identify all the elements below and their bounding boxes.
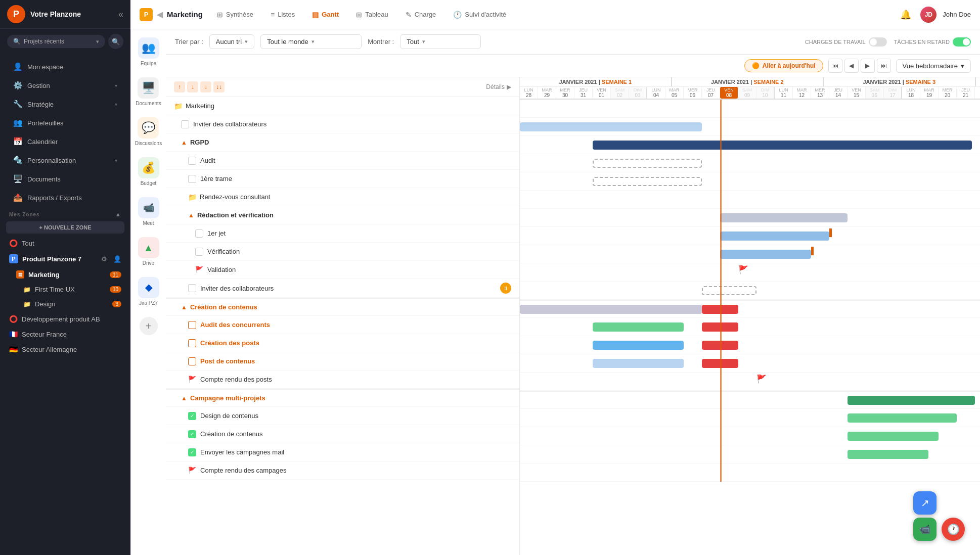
tab-tableau[interactable]: ⊞ Tableau: [349, 8, 395, 22]
checkbox-audit-concurrents[interactable]: [188, 321, 196, 329]
bar-creation-posts[interactable]: [593, 341, 684, 350]
details-link[interactable]: Détails ▶: [486, 83, 511, 90]
right-sidebar-budget[interactable]: 💰 Budget: [138, 157, 159, 186]
sidebar-item-strategie[interactable]: 🔧 Stratégie ▾: [4, 95, 126, 113]
bar-design-contenus[interactable]: [848, 413, 957, 423]
zone-france[interactable]: 🇫🇷 Secteur France: [0, 327, 130, 342]
sidebar-collapse-icon[interactable]: «: [118, 9, 123, 20]
tout-monde-select[interactable]: Tout le monde ▾: [260, 34, 362, 49]
tab-suivi[interactable]: 🕐 Suivi d'activité: [446, 8, 513, 22]
bar-post-contenu-red[interactable]: [702, 359, 738, 368]
rgpd-collapse-icon[interactable]: ▲: [181, 139, 187, 146]
bar-audit-conc[interactable]: [593, 322, 684, 332]
task-1er-jet[interactable]: 1er jet: [166, 224, 519, 243]
zone-allemagne[interactable]: 🇩🇪 Secteur Allemagne: [0, 342, 130, 357]
nav-first-button[interactable]: ⏮: [828, 59, 842, 73]
view-select[interactable]: Vue hebdomadaire ▾: [896, 59, 971, 73]
sidebar-item-mon-espace[interactable]: 👤 Mon espace: [4, 58, 126, 76]
task-design-contenus[interactable]: ✓ Design de contenus: [166, 407, 519, 425]
checkbox-inviter2[interactable]: [188, 284, 196, 292]
task-verification[interactable]: Vérification: [166, 243, 519, 261]
task-rdv[interactable]: 📁 Rendez-vous consultant: [166, 188, 519, 206]
zone-marketing[interactable]: ▤ Marketing 11: [0, 267, 130, 282]
bar-creation-contenus-red[interactable]: [702, 305, 738, 314]
checkbox-post-contenu[interactable]: [188, 357, 196, 365]
new-zone-button[interactable]: + NOUVELLE ZONE: [6, 221, 124, 234]
redaction-collapse-icon[interactable]: ▲: [188, 212, 194, 219]
right-sidebar-equipe[interactable]: 👥 Equipe: [138, 37, 159, 66]
bar-inviter1[interactable]: [520, 122, 702, 131]
checkbox-1er-jet[interactable]: [195, 229, 203, 238]
zone-tout[interactable]: ⭕ Tout: [0, 236, 130, 251]
task-compte-rendu-camp[interactable]: 🚩 Compte rendu des campages: [166, 461, 519, 480]
priority-low-icon[interactable]: ↓: [200, 81, 211, 92]
add-integration-button[interactable]: +: [140, 317, 158, 335]
task-envoi-campagne[interactable]: ✓ Envoyer les campagnes mail: [166, 443, 519, 461]
right-sidebar-meet[interactable]: 📹 Meet: [138, 197, 159, 226]
task-inviter2[interactable]: Inviter des collaborateurs ⏸: [166, 279, 519, 298]
task-marketing[interactable]: 📁 Marketing: [166, 97, 519, 115]
bar-post-contenu[interactable]: [593, 359, 684, 368]
checkbox-verification[interactable]: [195, 248, 203, 256]
priority-med-icon[interactable]: ↓: [187, 81, 198, 92]
checkbox-creation-contenu[interactable]: ✓: [188, 430, 196, 438]
collapse-zones-icon[interactable]: ▲: [115, 211, 121, 217]
tab-charge[interactable]: ✎ Charge: [398, 8, 443, 22]
zone-produit[interactable]: P Produit Planzone 7 ⚙ 👤: [0, 251, 130, 267]
bar-creation-posts-red[interactable]: [702, 341, 738, 350]
bar-audit-conc-red[interactable]: [702, 322, 738, 332]
checkbox-trame[interactable]: [188, 175, 196, 183]
task-validation[interactable]: 🚩 Validation: [166, 261, 519, 279]
bar-1er-jet[interactable]: [720, 232, 829, 241]
sidebar-item-rapports[interactable]: 📤 Rapports / Exports: [4, 189, 126, 207]
bar-creation-contenus[interactable]: [520, 305, 702, 314]
nav-next-button[interactable]: ▶: [861, 59, 875, 73]
task-creation-posts[interactable]: Création des posts: [166, 334, 519, 352]
task-campagne[interactable]: ▲ Campagne multi-projets: [166, 389, 519, 407]
task-rgpd[interactable]: ▲ RGPD: [166, 133, 519, 152]
sidebar-item-calendrier[interactable]: 📅 Calendrier: [4, 132, 126, 151]
tab-synthese[interactable]: ⊞ Synthèse: [210, 8, 260, 22]
bar-verification[interactable]: [720, 250, 811, 259]
trier-select[interactable]: Aucun tri ▾: [209, 34, 254, 49]
zone-design[interactable]: 📁 Design 3: [0, 297, 130, 311]
taches-toggle[interactable]: [953, 37, 971, 47]
checkbox-audit[interactable]: [188, 157, 196, 165]
checkbox-design-contenus[interactable]: ✓: [188, 412, 196, 420]
task-creation-contenu[interactable]: ✓ Création de contenus: [166, 425, 519, 443]
floating-btn-clock[interactable]: 🕐: [942, 518, 965, 541]
sidebar-item-personnalisation[interactable]: 🔩 Personnalisation ▾: [4, 151, 126, 169]
notification-bell-button[interactable]: 🔔: [897, 6, 914, 23]
sidebar-item-portefeuilles[interactable]: 👥 Portefeuilles: [4, 114, 126, 132]
sidebar-item-documents[interactable]: 🖥️ Documents: [4, 170, 126, 188]
checkbox-inviter1[interactable]: [181, 120, 189, 128]
right-sidebar-jira[interactable]: ◆ Jira PZ7: [138, 277, 159, 306]
charges-toggle[interactable]: [869, 37, 887, 47]
right-sidebar-documents[interactable]: 🖥️ Documents: [136, 77, 161, 106]
tab-gantt[interactable]: ▤ Gantt: [305, 8, 346, 22]
nav-last-button[interactable]: ⏭: [877, 59, 891, 73]
zone-first-time[interactable]: 📁 First Time UX 10: [0, 282, 130, 297]
task-redaction[interactable]: ▲ Rédaction et vérification: [166, 206, 519, 224]
floating-btn-meet[interactable]: 📹: [913, 518, 937, 541]
search-button[interactable]: 🔍: [108, 34, 123, 49]
checkbox-envoi-campagne[interactable]: ✓: [188, 448, 196, 456]
bar-trame[interactable]: [593, 177, 702, 186]
floating-btn-blue[interactable]: ↗: [913, 491, 937, 515]
sidebar-item-gestion[interactable]: ⚙️ Gestion ▾: [4, 76, 126, 95]
campagne-collapse-icon[interactable]: ▲: [181, 395, 187, 402]
task-compte-rendu-posts[interactable]: 🚩 Compte rendu des posts: [166, 371, 519, 389]
projects-search-box[interactable]: 🔍 Projets récents ▾: [7, 35, 105, 48]
bar-redaction[interactable]: [720, 213, 848, 222]
priority-lowest-icon[interactable]: ↓↓: [213, 81, 225, 92]
bar-campagne[interactable]: [848, 396, 975, 405]
checkbox-creation-posts[interactable]: [188, 339, 196, 347]
bar-inviter2[interactable]: [702, 286, 756, 295]
bar-creation-contenu[interactable]: [848, 432, 939, 441]
task-trame[interactable]: 1ère trame: [166, 170, 519, 188]
zone-dev-ab[interactable]: ⭕ Développement produit AB: [0, 311, 130, 327]
right-sidebar-discussions[interactable]: 💬 Discussions: [135, 117, 162, 146]
task-creation-contenus[interactable]: ▲ Création de contenus: [166, 298, 519, 316]
nav-prev-button[interactable]: ◀: [844, 59, 859, 73]
task-audit-concurrents[interactable]: Audit des concurrents: [166, 316, 519, 334]
